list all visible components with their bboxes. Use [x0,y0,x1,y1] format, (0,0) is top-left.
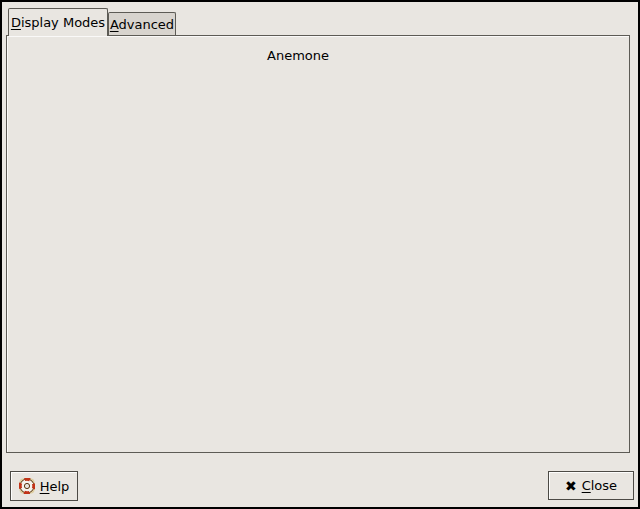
notebook-page [6,35,630,453]
preview-frame-title: Anemone [263,48,333,63]
help-button-label: Help [40,479,70,494]
lifebuoy-help-icon [19,478,35,494]
close-x-icon: ✖ [565,478,577,494]
tab-advanced-label: Advanced [110,17,174,32]
help-button[interactable]: Help [10,471,78,501]
tab-display-modes[interactable]: Display Modes [8,8,108,36]
close-button-label: Close [582,478,617,493]
xscreensaver-preferences-window: Display Modes Advanced Mode: Only One Sc… [0,0,640,509]
tab-display-modes-label: Display Modes [11,15,105,30]
tab-advanced[interactable]: Advanced [108,12,176,36]
close-button[interactable]: ✖ Close [548,471,634,500]
